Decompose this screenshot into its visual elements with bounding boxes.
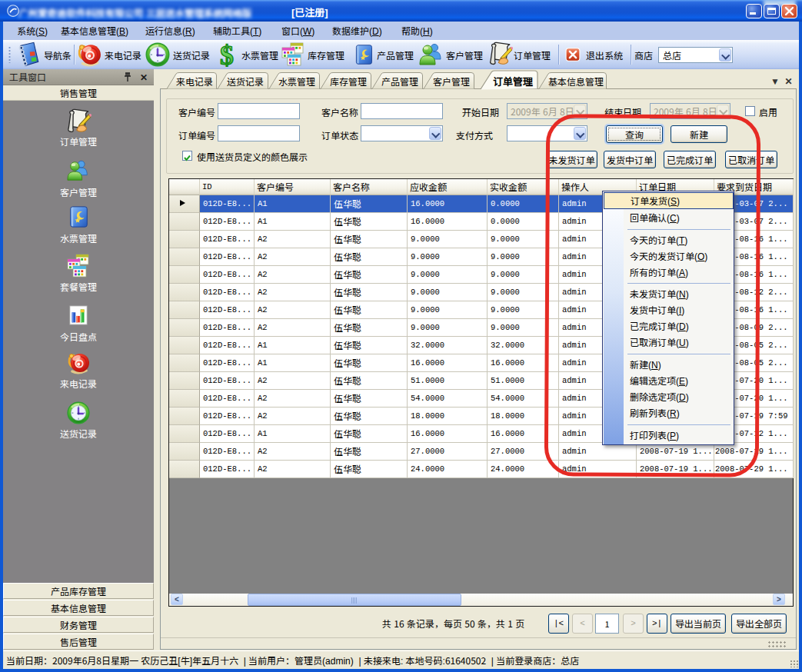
svg-text:$: $ bbox=[220, 42, 234, 67]
